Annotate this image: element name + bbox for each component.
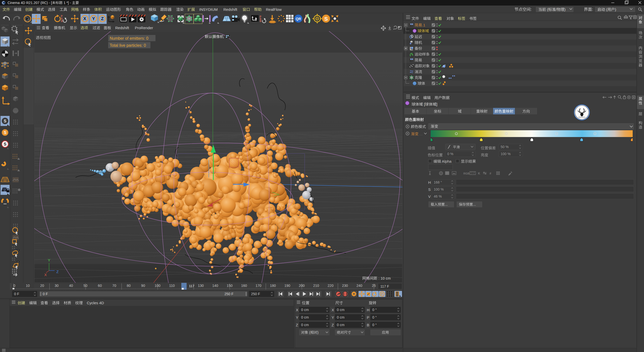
svg-text:P: P: [381, 292, 383, 296]
svg-text:Z: Z: [101, 16, 104, 21]
svg-text:160: 160: [241, 284, 247, 288]
svg-text:240: 240: [356, 284, 363, 288]
svg-text:20: 20: [40, 284, 44, 288]
svg-text:130: 130: [198, 284, 204, 288]
svg-text:R: R: [61, 20, 63, 23]
svg-text:180: 180: [270, 284, 276, 288]
svg-text:210: 210: [313, 284, 319, 288]
svg-text:S: S: [4, 119, 7, 123]
svg-text:220: 220: [328, 284, 334, 288]
svg-text:10: 10: [26, 284, 30, 288]
svg-text:R: R: [260, 20, 262, 23]
svg-text:S: S: [4, 130, 7, 135]
svg-text:X: X: [83, 16, 86, 21]
svg-text:190: 190: [284, 284, 290, 288]
svg-text:Y: Y: [92, 16, 95, 21]
svg-text:90: 90: [141, 284, 145, 288]
svg-text:40: 40: [69, 284, 73, 288]
svg-text:140: 140: [212, 284, 218, 288]
svg-text:70: 70: [112, 284, 116, 288]
svg-text:30: 30: [55, 284, 59, 288]
svg-text:QR: QR: [296, 17, 301, 21]
svg-text:230: 230: [342, 284, 348, 288]
svg-text:80: 80: [127, 284, 131, 288]
svg-text:60: 60: [98, 284, 102, 288]
svg-text:117: 117: [189, 284, 194, 288]
svg-text:0: 0: [13, 284, 15, 288]
svg-text:170: 170: [256, 284, 262, 288]
svg-text:S: S: [324, 16, 328, 22]
svg-text:S: S: [4, 142, 7, 146]
svg-text:110: 110: [169, 284, 175, 288]
svg-text:.1: .1: [422, 23, 425, 27]
